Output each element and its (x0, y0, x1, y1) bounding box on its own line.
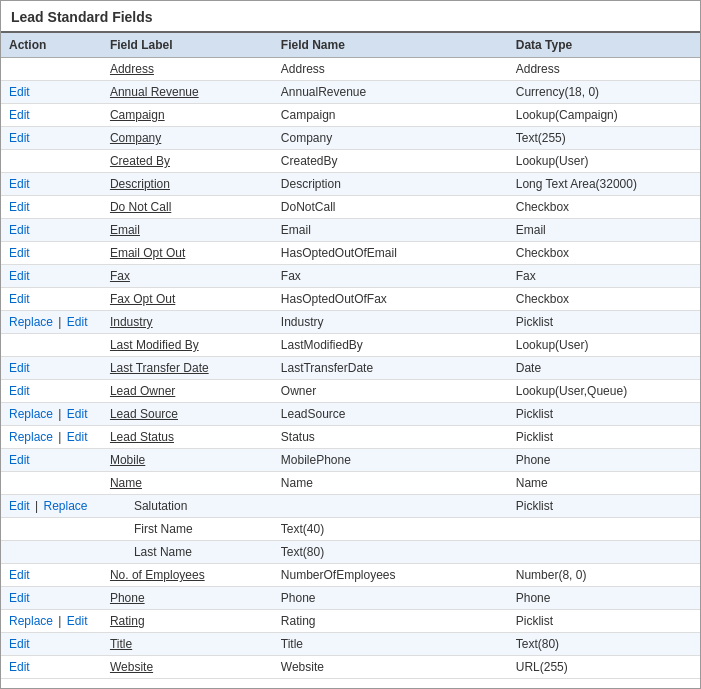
table-row: EditWebsiteWebsiteURL(255) (1, 656, 700, 679)
field-label-link[interactable]: Title (110, 637, 132, 651)
table-row: EditCampaignCampaignLookup(Campaign) (1, 104, 700, 127)
action-link[interactable]: Replace (9, 315, 53, 329)
field-name-cell: HasOptedOutOfFax (273, 288, 508, 311)
field-label-link[interactable]: Fax Opt Out (110, 292, 175, 306)
field-label-link[interactable]: Lead Owner (110, 384, 175, 398)
action-link[interactable]: Edit (9, 223, 30, 237)
action-link[interactable]: Edit (67, 430, 88, 444)
field-label-cell: Do Not Call (102, 196, 273, 219)
data-type-cell: Picklist (508, 311, 700, 334)
action-link[interactable]: Edit (9, 269, 30, 283)
field-label-cell: Title (102, 633, 273, 656)
table-row: EditEmail Opt OutHasOptedOutOfEmailCheck… (1, 242, 700, 265)
action-link[interactable]: Edit (9, 499, 30, 513)
action-cell: Edit (1, 357, 102, 380)
table-row: EditLast Transfer DateLastTransferDateDa… (1, 357, 700, 380)
field-name-cell: Address (273, 58, 508, 81)
separator: | (55, 614, 65, 628)
data-type-cell: URL(255) (508, 656, 700, 679)
field-label-link[interactable]: No. of Employees (110, 568, 205, 582)
action-link[interactable]: Replace (9, 430, 53, 444)
field-label-link[interactable]: Name (110, 476, 142, 490)
field-label-link[interactable]: Email Opt Out (110, 246, 185, 260)
data-type-cell: Phone (508, 449, 700, 472)
separator: | (55, 407, 65, 421)
field-label-link[interactable]: Fax (110, 269, 130, 283)
field-label-cell: Website (102, 656, 273, 679)
field-label-cell: Industry (102, 311, 273, 334)
field-label-cell: Campaign (102, 104, 273, 127)
field-label-link[interactable]: Description (110, 177, 170, 191)
action-link[interactable]: Replace (9, 407, 53, 421)
field-label-link[interactable]: Address (110, 62, 154, 76)
field-label-link[interactable]: Lead Source (110, 407, 178, 421)
action-link[interactable]: Edit (9, 568, 30, 582)
data-type-cell: Lookup(User,Queue) (508, 380, 700, 403)
field-label-link[interactable]: Do Not Call (110, 200, 171, 214)
action-link[interactable]: Edit (9, 200, 30, 214)
action-link[interactable]: Edit (9, 292, 30, 306)
action-link[interactable]: Replace (9, 614, 53, 628)
field-label-link[interactable]: Industry (110, 315, 153, 329)
action-link[interactable]: Edit (9, 131, 30, 145)
data-type-cell: Long Text Area(32000) (508, 173, 700, 196)
field-name-cell: LastTransferDate (273, 357, 508, 380)
table-row: EditEmailEmailEmail (1, 219, 700, 242)
field-name-cell: Status (273, 426, 508, 449)
page-title: Lead Standard Fields (1, 1, 700, 33)
action-link[interactable]: Edit (9, 108, 30, 122)
action-cell: Edit (1, 288, 102, 311)
action-cell: Replace | Edit (1, 610, 102, 633)
data-type-cell: Fax (508, 265, 700, 288)
action-cell (1, 150, 102, 173)
field-label-cell: Last Name (102, 541, 273, 564)
data-type-cell: Picklist (508, 610, 700, 633)
data-type-cell: Address (508, 58, 700, 81)
action-cell: Edit (1, 449, 102, 472)
field-label-text: Last Name (122, 545, 192, 559)
col-data-type: Data Type (508, 33, 700, 58)
action-cell: Replace | Edit (1, 311, 102, 334)
data-type-cell: Text(80) (508, 633, 700, 656)
action-link[interactable]: Edit (9, 637, 30, 651)
table-row: Created ByCreatedByLookup(User) (1, 150, 700, 173)
field-label-link[interactable]: Company (110, 131, 161, 145)
action-cell: Replace | Edit (1, 426, 102, 449)
data-type-cell: Currency(18, 0) (508, 81, 700, 104)
field-label-link[interactable]: Last Modified By (110, 338, 199, 352)
action-link[interactable]: Edit (9, 591, 30, 605)
field-label-link[interactable]: Created By (110, 154, 170, 168)
field-label-link[interactable]: Email (110, 223, 140, 237)
action-link[interactable]: Edit (9, 361, 30, 375)
field-label-link[interactable]: Campaign (110, 108, 165, 122)
table-row: Last NameText(80) (1, 541, 700, 564)
field-label-cell: No. of Employees (102, 564, 273, 587)
data-type-cell: Number(8, 0) (508, 564, 700, 587)
table-row: EditDo Not CallDoNotCallCheckbox (1, 196, 700, 219)
action-link[interactable]: Edit (67, 614, 88, 628)
action-link[interactable]: Edit (9, 246, 30, 260)
action-link[interactable]: Edit (9, 85, 30, 99)
field-label-cell: Salutation (102, 495, 273, 518)
action-cell: Edit (1, 127, 102, 150)
action-link[interactable]: Edit (9, 660, 30, 674)
action-link[interactable]: Edit (9, 453, 30, 467)
action-link[interactable]: Edit (67, 315, 88, 329)
col-action: Action (1, 33, 102, 58)
action-link[interactable]: Edit (9, 384, 30, 398)
data-type-cell: Phone (508, 587, 700, 610)
data-type-cell: Checkbox (508, 196, 700, 219)
data-type-cell: Date (508, 357, 700, 380)
field-label-link[interactable]: Rating (110, 614, 145, 628)
action-link[interactable]: Edit (9, 177, 30, 191)
field-label-link[interactable]: Website (110, 660, 153, 674)
field-label-link[interactable]: Annual Revenue (110, 85, 199, 99)
action-link[interactable]: Replace (43, 499, 87, 513)
field-label-link[interactable]: Lead Status (110, 430, 174, 444)
field-label-link[interactable]: Phone (110, 591, 145, 605)
table-row: EditDescriptionDescriptionLong Text Area… (1, 173, 700, 196)
field-label-link[interactable]: Mobile (110, 453, 145, 467)
action-link[interactable]: Edit (67, 407, 88, 421)
field-label-link[interactable]: Last Transfer Date (110, 361, 209, 375)
table-row: Replace | EditIndustryIndustryPicklist (1, 311, 700, 334)
